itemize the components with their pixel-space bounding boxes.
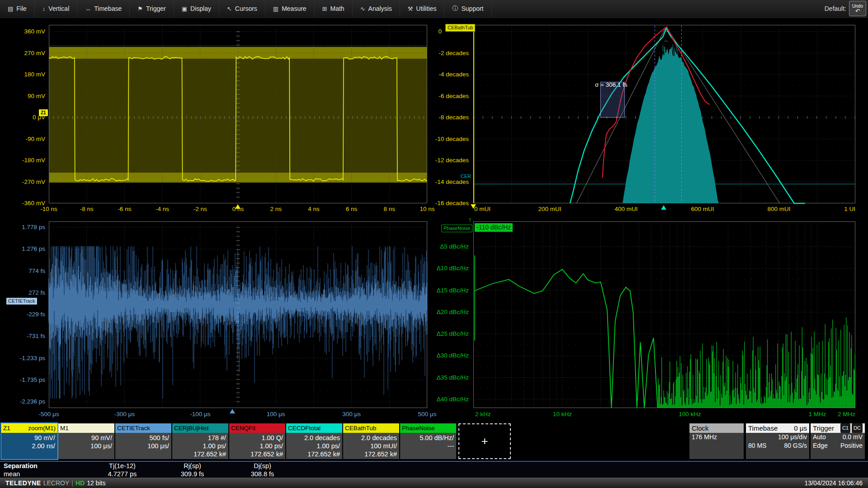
y-tick-label: 90 mV bbox=[0, 92, 45, 100]
trigger-summary-box[interactable]: Trigger C1 DC Auto 0.0 mV Edge Positive bbox=[811, 423, 865, 459]
timebase-memory-value: 80 MS bbox=[748, 441, 766, 450]
descriptor-header: Z1zoom(M1) bbox=[1, 423, 57, 433]
measure-rj-value: 309.9 fs bbox=[157, 470, 227, 478]
measure-col-header-dj: Dj(sp) bbox=[227, 462, 297, 470]
timebase-summary-box[interactable]: Timebase 0 μs 100 μs/div 80 MS 80 GS/s bbox=[746, 423, 809, 459]
phase-noise-y-axis-labels: Δ5 dBc/HzΔ10 dBc/HzΔ15 dBc/HzΔ20 dBc/HzΔ… bbox=[420, 221, 471, 408]
x-tick-label: 300 μs bbox=[334, 411, 370, 418]
measure-group-header: Separation bbox=[0, 462, 87, 470]
descriptor-title: PhaseNoise bbox=[402, 423, 435, 433]
x-tick-label: 4 ns bbox=[296, 206, 332, 213]
menu-item-measure[interactable]: ▥Measure bbox=[265, 0, 315, 17]
clock-summary-box[interactable]: Clock 176 MHz bbox=[689, 423, 744, 459]
bathtub-plot[interactable] bbox=[473, 25, 855, 203]
y-tick-label: -4 decades bbox=[418, 70, 469, 79]
descriptor-value-line: 500 fs/ bbox=[149, 434, 169, 442]
tie-track-plot[interactable] bbox=[49, 221, 427, 408]
menu-item-label: File bbox=[16, 5, 27, 12]
descriptor-cerjbujhist[interactable]: CERjBUjHist178 #/1.00 ps/172.652 k# bbox=[172, 423, 228, 459]
zoom-waveform-plot[interactable] bbox=[49, 25, 427, 203]
measure-tj-value: 4.7277 ps bbox=[87, 470, 157, 478]
phase-noise-plot[interactable] bbox=[473, 221, 855, 408]
undo-button[interactable]: Undo ↶ bbox=[849, 1, 866, 16]
y-tick-label: -229 fs bbox=[0, 310, 45, 319]
measure-col-header-rj: Rj(sp) bbox=[157, 462, 227, 470]
descriptor-values: 90 mV/2.00 ns/ bbox=[1, 433, 57, 459]
phasenoise-trace-badge[interactable]: PhaseNoise bbox=[441, 225, 472, 232]
cebathtub-trace-badge[interactable]: CEBathTub bbox=[445, 24, 475, 32]
y-tick-label: -270 mV bbox=[0, 178, 45, 186]
display-icon: ▣ bbox=[182, 5, 187, 12]
descriptor-cenqfit[interactable]: CENQFit1.00 Q/1.00 ps/172.652 k# bbox=[229, 423, 285, 459]
x-tick-label: 1 MHz bbox=[799, 411, 835, 418]
y-tick-label: -731 fs bbox=[0, 332, 45, 340]
descriptor-header: CEBathTub bbox=[343, 423, 399, 433]
clock-title: Clock bbox=[692, 423, 709, 433]
trigger-mode-value: Auto bbox=[813, 433, 826, 441]
descriptor-m1[interactable]: M190 mV/100 μs/ bbox=[58, 423, 114, 459]
oscilloscope-app: ▤File↕Vertical↔Timebase⚑Trigger▣Display↖… bbox=[0, 0, 868, 488]
bathtub-center-marker[interactable] bbox=[661, 205, 666, 210]
y-tick-label: -2 decades bbox=[418, 49, 469, 57]
trigger-time-marker[interactable] bbox=[235, 204, 241, 209]
descriptor-value-line: 1.00 ps/ bbox=[259, 442, 283, 450]
descriptor-cecdftotal[interactable]: CECDFtotal2.0 decades1.00 ps/172.652 k# bbox=[286, 423, 342, 459]
descriptor-cebathtub[interactable]: CEBathTub2.0 decades100 mUI/172.652 k# bbox=[343, 423, 399, 459]
descriptor-z1[interactable]: Z1zoom(M1)90 mV/2.00 ns/ bbox=[1, 423, 57, 459]
tie-x-axis-labels: -500 μs-300 μs-100 μs100 μs300 μs500 μs bbox=[49, 410, 427, 419]
trace-clipped-arrow-icon: ↑ bbox=[468, 216, 472, 223]
descriptor-values: 90 mV/100 μs/ bbox=[58, 433, 114, 459]
x-tick-label: 400 mUI bbox=[608, 206, 644, 213]
menu-item-support[interactable]: ⓘSupport bbox=[444, 0, 491, 17]
menu-item-label: Cursors bbox=[235, 5, 257, 12]
x-tick-label: 10 ns bbox=[409, 206, 445, 213]
menu-item-cursors[interactable]: ↖Cursors bbox=[219, 0, 265, 17]
y-tick-label: 774 fs bbox=[0, 267, 45, 275]
x-tick-label: -100 μs bbox=[182, 411, 218, 418]
menu-item-file[interactable]: ▤File bbox=[0, 0, 35, 17]
descriptor-cetietrack[interactable]: CETIETrack500 fs/100 μs/ bbox=[115, 423, 171, 459]
y-tick-label: -6 decades bbox=[418, 92, 469, 100]
descriptor-value-line: 1.00 ps/ bbox=[203, 442, 226, 450]
trigger-title: Trigger bbox=[813, 423, 834, 433]
measure-icon: ▥ bbox=[273, 5, 278, 12]
y-tick-label: -8 decades bbox=[418, 113, 469, 122]
z1-trace-badge[interactable]: Z1 bbox=[39, 109, 48, 116]
x-tick-label: 2 ns bbox=[258, 206, 294, 213]
descriptor-value-line: 178 #/ bbox=[208, 434, 226, 442]
phase-noise-reference-badge: -110 dBc/Hz bbox=[475, 223, 513, 232]
y-tick-label: 272 fs bbox=[0, 289, 45, 297]
phase-noise-x-axis-labels: 2 kHz10 kHz100 kHz1 MHz2 MHz bbox=[473, 410, 855, 419]
datetime-label: 13/04/2024 16:06:46 bbox=[805, 479, 863, 487]
tie-y-axis-labels: 1.778 ps1.276 ps774 fs272 fs-229 fs-731 … bbox=[0, 221, 47, 408]
menu-item-analysis[interactable]: ∿Analysis bbox=[353, 0, 400, 17]
menu-item-vertical[interactable]: ↕Vertical bbox=[35, 0, 77, 17]
descriptor-values: 2.0 decades100 mUI/172.652 k# bbox=[343, 433, 399, 459]
menu-item-utilities[interactable]: ⚒Utilities bbox=[400, 0, 445, 17]
x-tick-label: 100 kHz bbox=[672, 411, 708, 418]
descriptor-phasenoise[interactable]: PhaseNoise5.00 dB/Hz/--- bbox=[400, 423, 456, 459]
x-tick-label: 1 UI bbox=[833, 206, 855, 213]
descriptor-value-line: 1.00 Q/ bbox=[261, 434, 283, 442]
bathtub-origin-marker[interactable] bbox=[471, 204, 476, 209]
menu-item-trigger[interactable]: ⚑Trigger bbox=[130, 0, 174, 17]
x-tick-label: -8 ns bbox=[69, 206, 105, 213]
timebase-offset-value: 0 μs bbox=[794, 423, 807, 433]
y-tick-label: Δ10 dBc/Hz bbox=[418, 264, 469, 272]
timebase-samplerate-value: 80 GS/s bbox=[784, 441, 807, 450]
menu-item-timebase[interactable]: ↔Timebase bbox=[77, 0, 130, 17]
add-trace-button[interactable]: + bbox=[458, 423, 511, 459]
x-tick-label: 10 kHz bbox=[544, 411, 580, 418]
menu-items: ▤File↕Vertical↔Timebase⚑Trigger▣Display↖… bbox=[0, 0, 492, 17]
descriptor-title: CENQFit bbox=[231, 423, 255, 433]
menu-item-display[interactable]: ▣Display bbox=[174, 0, 219, 17]
tie-trigger-marker[interactable] bbox=[230, 409, 235, 413]
analysis-icon: ∿ bbox=[360, 5, 365, 12]
menu-item-math[interactable]: ⊞Math bbox=[315, 0, 353, 17]
x-tick-label: -10 ns bbox=[31, 206, 67, 213]
trigger-source-badge: C1 bbox=[840, 423, 850, 433]
cetietrack-trace-badge[interactable]: CETIETrack bbox=[6, 298, 37, 305]
default-setup-label: Default: bbox=[825, 5, 846, 12]
hd-badge: HD bbox=[75, 479, 85, 487]
y-tick-label: Δ40 dBc/Hz bbox=[418, 395, 469, 404]
